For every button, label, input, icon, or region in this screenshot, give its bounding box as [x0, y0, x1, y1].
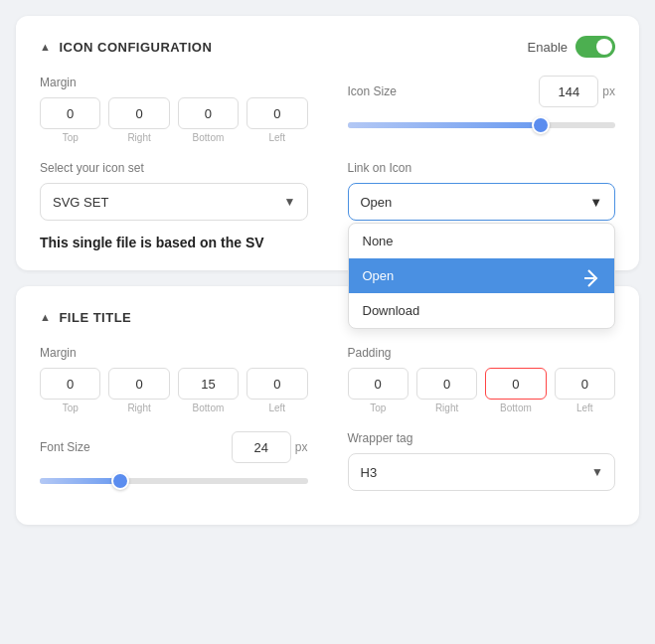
ft-margin-top-wrap: Top: [40, 368, 100, 413]
ft-margin-left-wrap: Left: [246, 368, 307, 413]
ft-padding-bottom-input[interactable]: [485, 368, 546, 400]
icon-set-select[interactable]: SVG SET: [40, 183, 308, 221]
icon-set-label: Select your icon set: [40, 161, 308, 175]
margin-top-wrap: Top: [40, 97, 100, 143]
ft-padding-left-label: Left: [576, 402, 593, 413]
ft-margin-left-input[interactable]: [246, 368, 307, 400]
slider-thumb[interactable]: [532, 116, 550, 134]
margin-left-label: Left: [268, 132, 285, 143]
file-title-collapse-icon[interactable]: ▲: [40, 311, 51, 323]
font-size-slider[interactable]: [40, 471, 308, 491]
icon-size-group: Icon Size px: [348, 76, 616, 147]
font-size-slider-thumb[interactable]: [111, 472, 129, 490]
ft-padding-left-wrap: Left: [555, 368, 615, 413]
margin-left-input[interactable]: [246, 97, 307, 129]
ft-margin-top-input[interactable]: [40, 368, 100, 400]
ft-padding-left-input[interactable]: [555, 368, 615, 400]
font-size-input[interactable]: [232, 431, 291, 463]
file-title-row1: Margin Top Right Bottom Left: [40, 346, 615, 417]
link-on-icon-arrow-icon: ▼: [589, 195, 602, 210]
ft-margin-left-label: Left: [268, 402, 285, 413]
ft-margin-bottom-label: Bottom: [193, 402, 225, 413]
collapse-icon[interactable]: ▲: [40, 41, 51, 53]
ft-padding-right-wrap: Right: [416, 368, 477, 413]
icon-enable-row: Enable: [528, 36, 615, 58]
link-on-icon-dropdown[interactable]: Open ▼ None Open Download: [348, 183, 616, 221]
ft-padding-top-label: Top: [370, 402, 386, 413]
icon-size-input[interactable]: [539, 76, 598, 107]
ft-padding-right-label: Right: [435, 402, 458, 413]
margin-inputs: Top Right Bottom Left: [40, 97, 308, 143]
margin-left-wrap: Left: [246, 97, 307, 143]
icon-set-select-wrap: SVG SET ▼: [40, 183, 308, 221]
font-size-slider-fill: [40, 478, 120, 484]
ft-padding-top-input[interactable]: [348, 368, 409, 400]
ft-padding-bottom-wrap: Bottom: [485, 368, 546, 413]
icon-size-slider[interactable]: [348, 115, 616, 135]
icon-enable-toggle[interactable]: [575, 36, 615, 58]
font-size-group: Font Size px: [40, 431, 308, 491]
margin-bottom-label: Bottom: [193, 132, 225, 143]
file-title-padding-label: Padding: [348, 346, 616, 360]
ft-margin-right-wrap: Right: [108, 368, 169, 413]
ft-margin-bottom-wrap: Bottom: [178, 368, 239, 413]
margin-right-input[interactable]: [108, 97, 169, 129]
margin-top-label: Top: [63, 132, 79, 143]
file-title-margin-group: Margin Top Right Bottom Left: [40, 346, 308, 417]
ft-margin-right-label: Right: [127, 402, 150, 413]
icon-config-header: ▲ ICON CONFIGURATION Enable: [40, 36, 615, 58]
file-title-padding-group: Padding Top Right Bottom Left: [348, 346, 616, 417]
ft-margin-top-label: Top: [63, 402, 79, 413]
margin-top-input[interactable]: [40, 97, 100, 129]
wrapper-tag-label: Wrapper tag: [348, 431, 616, 445]
link-on-icon-label: Link on Icon: [348, 161, 616, 175]
icon-set-group: Select your icon set SVG SET ▼: [40, 161, 308, 221]
font-size-unit: px: [295, 440, 308, 454]
file-title-row2: Font Size px Wrapper tag H3: [40, 431, 615, 491]
wrapper-tag-select[interactable]: H3: [348, 453, 616, 491]
link-on-icon-selected[interactable]: Open ▼: [348, 183, 616, 221]
file-title-title: ▲ FILE TITLE: [40, 310, 131, 325]
margin-right-wrap: Right: [108, 97, 169, 143]
link-on-icon-group: Link on Icon Open ▼ None Open: [348, 161, 616, 221]
slider-fill: [348, 122, 541, 128]
ft-padding-right-input[interactable]: [416, 368, 477, 400]
dropdown-item-open[interactable]: Open: [349, 258, 615, 293]
margin-right-label: Right: [127, 132, 150, 143]
font-size-label: Font Size px: [40, 431, 308, 463]
dropdown-item-none[interactable]: None: [349, 224, 615, 258]
icon-config-row1: Margin Top Right Bottom Left: [40, 76, 615, 147]
file-title-padding-inputs: Top Right Bottom Left: [348, 368, 616, 413]
icon-configuration-card: ▲ ICON CONFIGURATION Enable Margin Top R…: [16, 16, 639, 270]
link-on-icon-value: Open: [361, 195, 393, 210]
link-on-icon-menu: None Open Download: [348, 223, 616, 329]
margin-bottom-input[interactable]: [178, 97, 239, 129]
wrapper-tag-group: Wrapper tag H3 ▼: [348, 431, 616, 491]
margin-bottom-wrap: Bottom: [178, 97, 239, 143]
font-size-slider-track: [40, 478, 308, 484]
ft-padding-bottom-label: Bottom: [500, 402, 532, 413]
ft-margin-bottom-input[interactable]: [178, 368, 239, 400]
icon-margin-group: Margin Top Right Bottom Left: [40, 76, 308, 147]
wrapper-tag-select-wrap: H3 ▼: [348, 453, 616, 491]
margin-label: Margin: [40, 76, 308, 89]
icon-config-title: ▲ ICON CONFIGURATION: [40, 40, 212, 55]
icon-config-row2: Select your icon set SVG SET ▼ Link on I…: [40, 161, 615, 221]
icon-size-unit: px: [602, 84, 615, 98]
file-title-margin-inputs: Top Right Bottom Left: [40, 368, 308, 413]
slider-track: [348, 122, 616, 128]
ft-padding-top-wrap: Top: [348, 368, 409, 413]
file-title-margin-label: Margin: [40, 346, 308, 360]
dropdown-item-download[interactable]: Download: [349, 293, 615, 328]
ft-margin-right-input[interactable]: [108, 368, 169, 400]
icon-size-label: Icon Size px: [348, 76, 616, 107]
